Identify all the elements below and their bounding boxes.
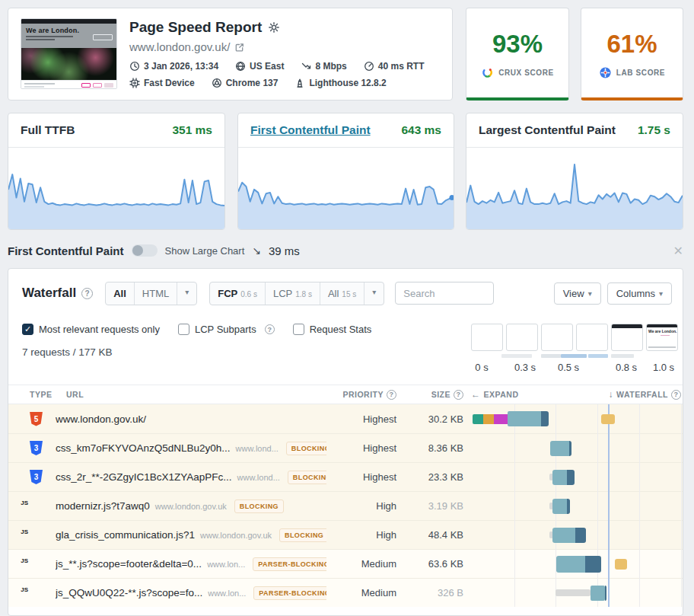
search-input[interactable] bbox=[395, 282, 494, 305]
waterfall-bar bbox=[552, 470, 567, 485]
size-help-icon[interactable]: ? bbox=[454, 390, 463, 400]
blocking-badge: BLOCKING bbox=[288, 471, 326, 484]
mini-waterfall-segment bbox=[501, 354, 532, 358]
checkbox-unchecked-icon[interactable] bbox=[178, 324, 189, 335]
request-url: js_QQwU0Q22-**.js?scope=fo... bbox=[56, 587, 202, 598]
request-row[interactable]: 3 css_2r_**-2GZgyIC1BcX1ZYAapPFc... www.… bbox=[8, 462, 683, 491]
filmstrip-time-label: 0.8 s bbox=[608, 362, 645, 373]
waterfall-bar bbox=[473, 414, 483, 424]
metric-filter-dropdown[interactable]: ▾ bbox=[364, 282, 384, 305]
waterfall-help-icon[interactable]: ? bbox=[671, 390, 681, 400]
metric-title[interactable]: First Contentful Paint bbox=[250, 123, 371, 137]
waterfall-bar bbox=[483, 414, 494, 424]
request-domain: www.london.gov.uk bbox=[155, 502, 227, 511]
request-domain: www.london.gov.uk bbox=[200, 531, 272, 540]
request-size: 3.19 KB bbox=[396, 500, 463, 512]
throttle-icon bbox=[301, 61, 311, 72]
request-row[interactable]: JS js_QQwU0Q22-**.js?scope=fo... www.lon… bbox=[8, 578, 683, 607]
request-size: 48.4 KB bbox=[396, 529, 463, 541]
filmstrip-frame[interactable] bbox=[541, 324, 573, 351]
columns-button[interactable]: Columns▾ bbox=[607, 282, 672, 305]
external-link-icon[interactable] bbox=[234, 42, 245, 53]
close-icon[interactable]: ✕ bbox=[673, 244, 683, 258]
filter-checkboxes: ✓Most relevant requests onlyLCP Subparts… bbox=[22, 324, 371, 335]
crux-score-card: 93% CRUX SCORE bbox=[466, 8, 569, 101]
metric-card-first-contentful-paint[interactable]: First Contentful Paint 643 ms bbox=[237, 113, 454, 230]
page-title: Page Speed Report bbox=[129, 19, 262, 36]
waterfall-bar bbox=[567, 470, 575, 485]
request-size: 23.3 KB bbox=[396, 471, 463, 483]
request-priority: Highest bbox=[326, 413, 396, 425]
filmstrip-time-label: 0 s bbox=[463, 362, 500, 373]
request-domain: www.lond... bbox=[236, 444, 279, 453]
expand-control[interactable]: ←EXPAND bbox=[471, 389, 518, 400]
metric-card-full-ttfb[interactable]: Full TTFB 351 ms bbox=[8, 113, 225, 230]
lighthouse-icon bbox=[294, 78, 305, 88]
help-icon[interactable]: ? bbox=[265, 324, 275, 334]
crux-score-value: 93% bbox=[466, 30, 568, 59]
request-row[interactable]: 5 www.london.gov.uk/ Highest 30.2 KB bbox=[8, 404, 683, 433]
checkbox-unchecked-icon[interactable] bbox=[293, 324, 304, 335]
settings-gear-icon[interactable] bbox=[268, 21, 280, 34]
request-priority: High bbox=[326, 529, 396, 541]
filter-fcp[interactable]: FCP0.6 s bbox=[210, 282, 265, 305]
metric-card-largest-contentful-paint[interactable]: Largest Contentful Paint 1.75 s bbox=[466, 113, 683, 230]
test-config-meta: 3 Jan 2026, 13:34US East8 Mbps40 ms RTTF… bbox=[129, 61, 434, 88]
globe-icon bbox=[235, 61, 246, 72]
request-waterfall-bars bbox=[471, 463, 683, 492]
filter-lcp[interactable]: LCP1.8 s bbox=[265, 282, 320, 305]
request-row[interactable]: JS js_**.js?scope=footer&delta=0... www.… bbox=[8, 549, 683, 578]
gauge-icon bbox=[364, 61, 374, 72]
clock-icon bbox=[129, 61, 140, 72]
page-screenshot-thumbnail[interactable]: We are London. bbox=[21, 18, 117, 89]
waterfall-panel: Waterfall ? All HTML ▾ FCP0.6 s LCP1.8 s… bbox=[8, 268, 683, 616]
request-row[interactable]: 3 css_km7oFKYVOAnzQ5dNLBu2y0h... www.lon… bbox=[8, 433, 683, 462]
request-url: css_2r_**-2GZgyIC1BcX1ZYAapPFc... bbox=[56, 471, 232, 483]
metric-title[interactable]: Largest Contentful Paint bbox=[479, 123, 616, 137]
show-large-chart-label[interactable]: Show Large Chart bbox=[165, 245, 245, 257]
col-size: SIZE? bbox=[396, 390, 463, 400]
thumb-heading: We are London. bbox=[26, 27, 112, 34]
thumb-hero-band: We are London. bbox=[21, 24, 116, 48]
report-url[interactable]: www.london.gov.uk/ bbox=[129, 40, 230, 53]
filmstrip-frame[interactable] bbox=[471, 324, 503, 351]
blocking-badge: BLOCKING bbox=[234, 500, 284, 513]
filmstrip-frame[interactable]: We are London. bbox=[646, 324, 678, 351]
checkbox-request-stats[interactable]: Request Stats bbox=[293, 324, 372, 335]
filmstrip-frame[interactable] bbox=[611, 324, 643, 351]
meta-item: 40 ms RTT bbox=[364, 61, 425, 72]
request-row[interactable]: JS modernizr.js?t7awq0 www.london.gov.uk… bbox=[8, 491, 683, 520]
waterfall-bar bbox=[591, 586, 605, 601]
type-filter-dropdown[interactable]: ▾ bbox=[177, 282, 196, 305]
metric-filter-group: FCP0.6 s LCP1.8 s All15 s ▾ bbox=[209, 282, 384, 305]
col-url: URL bbox=[66, 390, 326, 399]
priority-help-icon[interactable]: ? bbox=[387, 390, 396, 400]
checkbox-lcp-subparts[interactable]: LCP Subparts? bbox=[178, 324, 275, 335]
filter-all[interactable]: All bbox=[106, 282, 134, 305]
crux-score-label: CRUX SCORE bbox=[498, 69, 554, 77]
waterfall-help-icon[interactable]: ? bbox=[81, 288, 93, 299]
checkbox-most-relevant-requests-only[interactable]: ✓Most relevant requests only bbox=[22, 324, 160, 335]
filter-all-time[interactable]: All15 s bbox=[320, 282, 364, 305]
metric-title[interactable]: Full TTFB bbox=[21, 123, 75, 137]
filmstrip-frame[interactable] bbox=[576, 324, 608, 351]
request-row[interactable]: JS gla_crisis_communication.js?1 www.lon… bbox=[8, 520, 683, 549]
filter-html[interactable]: HTML bbox=[134, 282, 177, 305]
lab-score-card: 61% LAB SCORE bbox=[581, 8, 683, 101]
chevron-down-icon: ▾ bbox=[185, 288, 189, 296]
metric-sparkline-chart bbox=[466, 148, 683, 229]
filmstrip-frame[interactable] bbox=[506, 324, 538, 351]
col-waterfall[interactable]: ↓WATERFALL? bbox=[609, 389, 681, 400]
report-header-card: We are London. Page Speed Report www.lon… bbox=[8, 8, 453, 101]
metric-value: 351 ms bbox=[172, 123, 212, 137]
chrome-icon bbox=[212, 78, 222, 88]
view-button[interactable]: View▾ bbox=[554, 282, 601, 305]
blocking-badge: PARSER-BLOCKING bbox=[253, 557, 326, 571]
show-large-chart-toggle[interactable] bbox=[132, 244, 158, 257]
waterfall-bar bbox=[556, 556, 585, 573]
checkbox-checked-icon[interactable]: ✓ bbox=[22, 324, 33, 335]
request-url: www.london.gov.uk/ bbox=[56, 413, 146, 425]
checkbox-label: Most relevant requests only bbox=[39, 324, 160, 335]
col-priority: PRIORITY? bbox=[326, 390, 396, 400]
chevron-down-icon: ▾ bbox=[659, 289, 663, 298]
